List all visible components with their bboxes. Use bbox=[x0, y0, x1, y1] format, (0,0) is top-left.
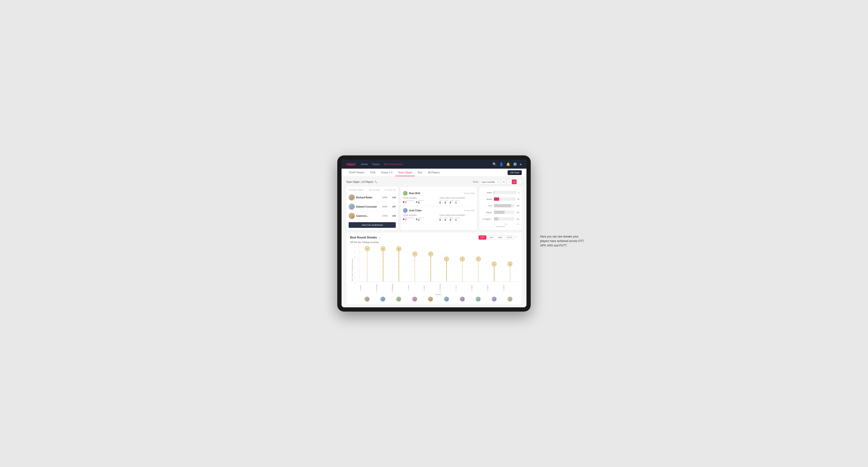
putt-value-2: 1 bbox=[455, 219, 460, 221]
arg-stat-2: ARG 0 bbox=[450, 217, 453, 221]
chart-col-5: 4x bbox=[439, 246, 454, 281]
profile-icon[interactable]: 👤 bbox=[499, 162, 503, 166]
chart-col-9: 3x bbox=[503, 246, 517, 281]
arg-value-2: 0 bbox=[450, 219, 453, 221]
filter-arrow: ← bbox=[515, 236, 518, 240]
arg-label-2: ARG bbox=[450, 217, 453, 219]
sub-nav-pga[interactable]: PGA bbox=[368, 169, 378, 176]
pb-score-col-header: PB SCORE bbox=[365, 189, 380, 191]
y-4: 4 bbox=[354, 262, 359, 263]
nav-teams[interactable]: Teams bbox=[372, 162, 380, 166]
bar-label-bogeys: Bogeys bbox=[482, 211, 492, 214]
practice-value-1: 6 bbox=[418, 201, 424, 204]
streak-stem-4 bbox=[431, 256, 431, 281]
practice-activities-row-1: OTT 0 APP 0 ARG bbox=[439, 200, 474, 204]
round-type-row-1: Tournament 7 Practice bbox=[403, 200, 438, 204]
player-info-2: Edward Crossman bbox=[356, 206, 380, 208]
x-label-6: D. Ford bbox=[455, 283, 470, 293]
bar-value-dbogeys: 131 bbox=[516, 218, 519, 220]
player-row-2: 2 Edward Crossman 18/20 107 bbox=[349, 202, 396, 211]
filter-ott[interactable]: OTT bbox=[478, 236, 486, 240]
practice-stat-1: Practice 6 bbox=[416, 200, 424, 204]
settings-icon[interactable]: ⚙️ bbox=[513, 162, 517, 166]
streak-bubble-9: 3x bbox=[507, 261, 512, 266]
view-leaderboard-button[interactable]: View Full Leaderboard bbox=[349, 222, 396, 228]
tournament-dot-1 bbox=[403, 201, 404, 203]
team-header-row: Team Clippd | 14 Players ✏️ Show Last 3 … bbox=[346, 180, 522, 184]
bar-birdies: Birdies 96 bbox=[482, 197, 519, 201]
y-axis-label-container: Best Streak, Fairway Accuracy bbox=[350, 246, 354, 293]
chart-col-2: 6x bbox=[392, 246, 406, 281]
sub-nav-team-clippd[interactable]: Team Clippd bbox=[395, 169, 415, 176]
tablet-screen: clippd Home Teams My Performance 🔍 👤 🔔 ⚙… bbox=[342, 160, 526, 307]
tournament-stat-1: Tournament 7 bbox=[403, 200, 414, 204]
chart-col-0: 7x bbox=[360, 246, 374, 281]
pb-avg-col-header: PB AVG SQ bbox=[381, 189, 396, 191]
grid-view-btn[interactable]: ⊞ bbox=[501, 180, 506, 184]
bar-track-pars bbox=[494, 204, 515, 207]
rounds-panel: Rees Britt 02 Sep 2023 Total Rounds bbox=[401, 187, 477, 230]
chart-view-btn[interactable]: ↓ bbox=[517, 180, 522, 184]
edit-icon[interactable]: ✏️ bbox=[375, 181, 377, 183]
round-header-2: Josh Coles 26 Aug 2023 bbox=[403, 208, 474, 213]
streak-stem-8 bbox=[494, 266, 494, 281]
round-type-row-2: Tournament 7 Practice bbox=[403, 217, 438, 221]
x-axis-0: 0 bbox=[494, 223, 495, 225]
team-controls: Show Last 3 months ⊞ ≡ ◫ ↓ bbox=[473, 180, 522, 184]
y-axis-numbers: 7 6 5 4 3 2 1 0 bbox=[354, 246, 359, 293]
sub-nav-tour[interactable]: Tour bbox=[415, 169, 425, 176]
player-row-3: 3 Cameron... 17/20 103 bbox=[349, 211, 396, 220]
filter-arg[interactable]: ARG bbox=[496, 236, 504, 240]
player-avatar-chart-0 bbox=[365, 297, 370, 302]
chart-player-columns: 7x6x6x5x5x4x4x4x3x3x bbox=[359, 246, 518, 281]
user-avatar-icon[interactable]: ● bbox=[520, 162, 522, 166]
chart-col-3: 5x bbox=[408, 246, 422, 281]
add-team-button[interactable]: Add Team bbox=[507, 170, 522, 175]
streak-bubble-2: 6x bbox=[397, 247, 401, 251]
x-label-1: B. McHarg bbox=[376, 283, 390, 293]
period-select[interactable]: Last 3 months bbox=[480, 180, 500, 184]
sub-nav-pgat[interactable]: PGAT Players bbox=[346, 169, 368, 176]
practice-activities-group-2: Total Practice Activities OTT 0 APP bbox=[439, 214, 474, 221]
player-score-2: 18/20 bbox=[382, 206, 387, 208]
card-view-btn[interactable]: ◫ bbox=[512, 180, 517, 184]
practice-activities-label-1: Total Practice Activities bbox=[439, 197, 474, 199]
practice-activities-group-1: Total Practice Activities OTT 0 APP bbox=[439, 197, 474, 204]
filter-app[interactable]: APP bbox=[487, 236, 495, 240]
sub-nav-all-players[interactable]: All Players bbox=[425, 169, 442, 176]
bar-fill-birdies bbox=[494, 197, 499, 201]
filter-putt[interactable]: PUTT bbox=[505, 236, 514, 240]
player-row-1: 1 Richard Butler 19/20 110 bbox=[349, 193, 396, 202]
chart-plot: 7x6x6x5x5x4x4x4x3x3x bbox=[359, 246, 518, 282]
round-header-1: Rees Britt 02 Sep 2023 bbox=[403, 191, 474, 195]
search-icon[interactable]: 🔍 bbox=[493, 162, 497, 166]
streaks-header: Best Round Streaks ← OTT APP ARG PUTT ← bbox=[350, 236, 518, 240]
chart-columns-container: 7x6x6x5x5x4x4x4x3x3x E. EbertB. McHargD.… bbox=[359, 246, 518, 293]
practice-dot-1 bbox=[416, 201, 417, 203]
y-3: 3 bbox=[354, 267, 359, 269]
round-card-2: Josh Coles 26 Aug 2023 Total Rounds bbox=[403, 206, 474, 223]
rank-badge-2: 2 bbox=[352, 207, 355, 210]
annotation-content: Here you can see streaks your players ha… bbox=[540, 235, 584, 247]
streak-bubble-1: 6x bbox=[381, 247, 385, 251]
bell-icon[interactable]: 🔔 bbox=[506, 162, 510, 166]
sub-nav-hcaps[interactable]: Hcaps 1-5 bbox=[378, 169, 395, 176]
streak-bubble-6: 4x bbox=[460, 257, 465, 261]
nav-my-performance[interactable]: My Performance bbox=[384, 162, 403, 166]
view-icons: ⊞ ≡ ◫ ↓ bbox=[501, 180, 522, 184]
main-content: Team Clippd | 14 Players ✏️ Show Last 3 … bbox=[342, 177, 526, 307]
nav-home[interactable]: Home bbox=[361, 162, 368, 166]
player-name-col-header: PLAYER NAME bbox=[349, 189, 364, 191]
chart-col-6: 4x bbox=[455, 246, 470, 281]
app-value-2: 0 bbox=[445, 219, 448, 221]
arg-label-1: ARG bbox=[450, 200, 453, 201]
player-avatar-chart-8 bbox=[492, 297, 497, 302]
tournament-label-1: Tournament bbox=[405, 200, 414, 201]
round-date-2: 26 Aug 2023 bbox=[464, 210, 474, 212]
bar-bogeys: Bogeys 311 bbox=[482, 211, 519, 214]
streak-bubble-5: 4x bbox=[444, 257, 449, 261]
streaks-subtitle: Off The Tee, Fairway Accuracy bbox=[350, 241, 518, 243]
list-view-btn[interactable]: ≡ bbox=[507, 180, 512, 184]
tournament-value-1: 7 bbox=[405, 201, 414, 204]
chart-col-8: 3x bbox=[487, 246, 501, 281]
